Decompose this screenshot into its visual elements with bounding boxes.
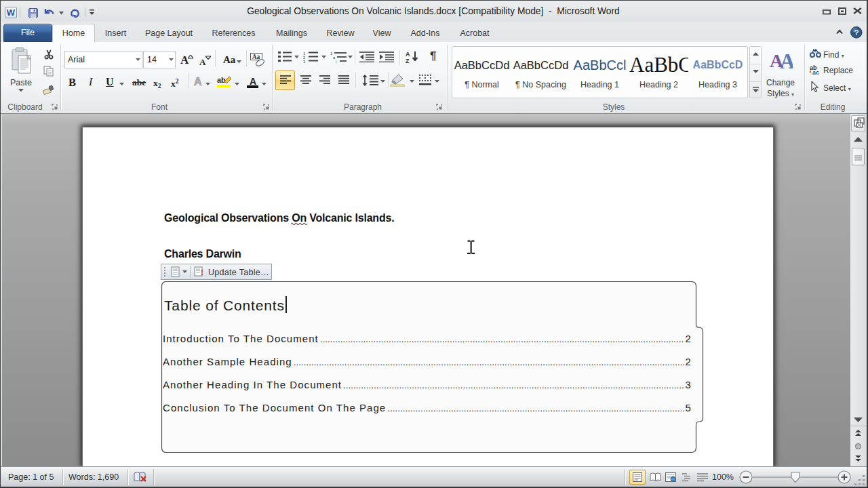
svg-text:ac: ac xyxy=(812,69,819,75)
svg-text:?: ? xyxy=(854,28,859,37)
svg-text:Aa: Aa xyxy=(252,54,260,60)
svg-text:A: A xyxy=(406,51,410,58)
svg-text:3: 3 xyxy=(303,60,306,64)
svg-text:A: A xyxy=(780,49,793,70)
svg-text:Z: Z xyxy=(406,58,410,64)
svg-text:!: ! xyxy=(201,268,203,277)
svg-text:i: i xyxy=(336,60,336,63)
